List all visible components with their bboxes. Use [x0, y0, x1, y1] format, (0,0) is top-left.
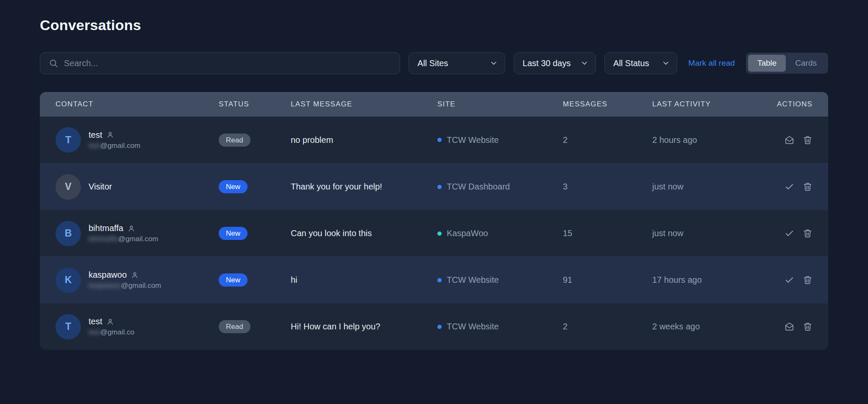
contact-name: Visitor	[89, 182, 112, 192]
status-badge: New	[219, 227, 248, 240]
column-header-messages: MESSAGES	[563, 100, 652, 109]
table-row[interactable]: T test test@gmail.co Read Hi! How can I …	[40, 303, 828, 350]
message-count: 15	[563, 228, 652, 238]
filter-sites-select[interactable]: All Sites	[409, 52, 505, 74]
table-header: CONTACT STATUS LAST MESSAGE SITE MESSAGE…	[40, 92, 828, 117]
contact-email: bihtmaffa@gmail.com	[89, 235, 158, 243]
status-badge: New	[219, 180, 248, 193]
avatar: K	[56, 267, 81, 293]
column-header-status: STATUS	[219, 100, 291, 109]
contact-name: test	[89, 317, 102, 326]
column-header-contact: CONTACT	[56, 100, 219, 109]
actions-cell	[785, 135, 812, 145]
search-box[interactable]	[40, 52, 400, 74]
last-activity: 17 hours ago	[652, 275, 771, 285]
status-badge: New	[219, 273, 248, 287]
email-domain: @gmail.com	[100, 142, 140, 150]
email-redacted: test	[89, 142, 100, 150]
table-row[interactable]: K kaspawoo kaspawoo@gmail.com New hi TCW…	[40, 256, 828, 303]
trash-icon[interactable]	[803, 275, 812, 285]
table-row[interactable]: B bihtmaffa bihtmaffa@gmail.com New Can …	[40, 210, 828, 256]
chevron-down-icon	[662, 59, 670, 67]
message-count: 2	[563, 322, 652, 332]
site-cell: TCW Website	[437, 322, 563, 332]
column-header-last-message: LAST MESSAGE	[291, 100, 437, 109]
trash-icon[interactable]	[803, 135, 812, 145]
person-icon	[106, 131, 114, 139]
page-title: Conversations	[40, 17, 828, 33]
email-redacted: kaspawoo	[89, 281, 121, 290]
actions-cell	[785, 322, 812, 332]
table-row[interactable]: V Visitor New Thank you for your help! T…	[40, 163, 828, 210]
trash-icon[interactable]	[803, 322, 812, 332]
person-icon	[106, 318, 114, 326]
last-activity: just now	[652, 228, 771, 238]
contact-email: kaspawoo@gmail.com	[89, 281, 161, 290]
filter-daterange-select[interactable]: Last 30 days	[514, 52, 596, 74]
filter-daterange-value: Last 30 days	[523, 59, 570, 68]
table-row[interactable]: T test test@gmail.com Read no problem TC…	[40, 117, 828, 163]
filter-status-value: All Status	[613, 59, 649, 68]
mail-icon[interactable]	[785, 322, 794, 332]
actions-cell	[785, 228, 812, 238]
contact-name: kaspawoo	[89, 270, 127, 280]
site-cell: TCW Dashboard	[437, 182, 563, 192]
trash-icon[interactable]	[803, 228, 812, 238]
filter-status-select[interactable]: All Status	[604, 52, 677, 74]
site-name: TCW Website	[447, 135, 499, 145]
contact-cell: B bihtmaffa bihtmaffa@gmail.com	[56, 221, 219, 246]
avatar: V	[56, 174, 81, 200]
site-dot	[437, 231, 442, 236]
column-header-last-activity: LAST ACTIVITY	[652, 100, 771, 109]
message-count: 3	[563, 182, 652, 192]
site-cell: TCW Website	[437, 135, 563, 145]
avatar: T	[56, 314, 81, 340]
column-header-site: SITE	[437, 100, 563, 109]
site-name: TCW Dashboard	[447, 182, 510, 192]
status-badge: Read	[219, 320, 250, 333]
view-toggle-cards[interactable]: Cards	[786, 55, 826, 72]
site-cell: KaspaWoo	[437, 228, 563, 238]
conversations-table: CONTACT STATUS LAST MESSAGE SITE MESSAGE…	[40, 92, 828, 350]
table-body: T test test@gmail.com Read no problem TC…	[40, 117, 828, 350]
email-domain: @gmail.com	[121, 281, 161, 290]
mark-all-read-link[interactable]: Mark all read	[688, 59, 735, 68]
check-icon[interactable]	[785, 275, 794, 285]
chevron-down-icon	[490, 59, 498, 67]
last-message: no problem	[291, 135, 437, 145]
email-domain: @gmail.co	[100, 328, 134, 336]
toolbar: All Sites Last 30 days All Status Mark a…	[40, 52, 828, 74]
site-name: TCW Website	[447, 322, 499, 332]
last-activity: 2 hours ago	[652, 135, 771, 145]
site-cell: TCW Website	[437, 275, 563, 285]
avatar: B	[56, 221, 81, 246]
email-redacted: bihtmaffa	[89, 235, 118, 243]
actions-cell	[785, 182, 812, 192]
avatar: T	[56, 127, 81, 153]
actions-cell	[785, 275, 812, 285]
contact-cell: T test test@gmail.com	[56, 127, 219, 153]
contact-cell: T test test@gmail.co	[56, 314, 219, 340]
site-dot	[437, 185, 442, 189]
view-toggle-table[interactable]: Table	[748, 55, 786, 72]
last-message: Thank you for your help!	[291, 182, 437, 192]
last-message: Can you look into this	[291, 228, 437, 238]
person-icon	[128, 225, 135, 232]
search-input[interactable]	[64, 59, 391, 68]
email-redacted: test	[89, 328, 100, 336]
contact-email: test@gmail.co	[89, 328, 134, 337]
message-count: 91	[563, 275, 652, 285]
last-activity: just now	[652, 182, 771, 192]
contact-cell: K kaspawoo kaspawoo@gmail.com	[56, 267, 219, 293]
site-name: KaspaWoo	[447, 228, 488, 238]
filter-sites-value: All Sites	[417, 59, 448, 68]
mail-icon[interactable]	[785, 135, 794, 145]
last-message: Hi! How can I help you?	[291, 322, 437, 332]
check-icon[interactable]	[785, 182, 794, 192]
trash-icon[interactable]	[803, 182, 812, 192]
contact-email: test@gmail.com	[89, 142, 140, 150]
last-message: hi	[291, 275, 437, 285]
person-icon	[131, 271, 139, 279]
chevron-down-icon	[580, 59, 589, 67]
check-icon[interactable]	[785, 228, 794, 238]
